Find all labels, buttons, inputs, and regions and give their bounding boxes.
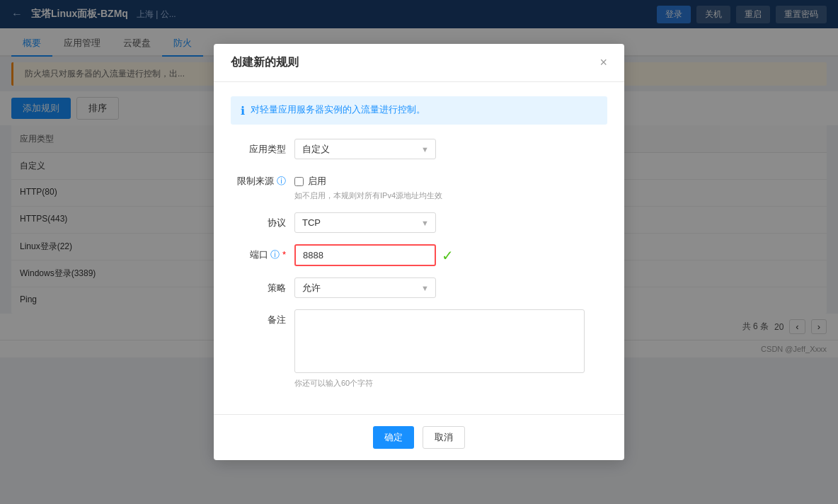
port-label: 端口 ⓘ [231,244,294,261]
enable-checkbox-row: 启用 [294,171,607,188]
remark-textarea[interactable] [294,309,585,357]
policy-select-wrap: 允许 拒绝 ▼ [294,277,436,298]
dialog-body: ℹ 对轻量应用服务器实例的入流量进行控制。 应用类型 自定义 HTTP(80) … [214,82,624,357]
app-type-select[interactable]: 自定义 HTTP(80) HTTPS(443) Linux登录(22) Wind… [294,139,436,159]
port-info-icon: ⓘ [270,249,280,260]
protocol-row: 协议 TCP UDP ICMP ▼ [231,212,607,233]
limit-source-control: 启用 如不启用，本规则对所有IPv4源地址均生效 [294,171,607,201]
dialog-alert: ℹ 对轻量应用服务器实例的入流量进行控制。 [231,96,607,125]
remark-label: 备注 [231,309,294,326]
remark-row: 备注 你还可以输入60个字符 [231,309,607,357]
protocol-control: TCP UDP ICMP ▼ [294,212,607,233]
policy-label: 策略 [231,277,294,294]
limit-source-info-icon: ⓘ [277,176,286,186]
limit-source-row: 限制来源 ⓘ 启用 如不启用，本规则对所有IPv4源地址均生效 [231,171,607,201]
port-control: ✓ [294,244,607,266]
info-circle-icon: ℹ [241,104,245,118]
protocol-select[interactable]: TCP UDP ICMP [294,212,436,233]
app-type-select-wrap: 自定义 HTTP(80) HTTPS(443) Linux登录(22) Wind… [294,139,436,159]
enable-note: 如不启用，本规则对所有IPv4源地址均生效 [294,190,607,201]
port-row: 端口 ⓘ ✓ [231,244,607,266]
port-input[interactable] [294,244,436,266]
port-input-wrap: ✓ [294,244,607,266]
protocol-label: 协议 [231,212,294,229]
app-type-row: 应用类型 自定义 HTTP(80) HTTPS(443) Linux登录(22)… [231,139,607,159]
app-type-control: 自定义 HTTP(80) HTTPS(443) Linux登录(22) Wind… [294,139,607,159]
port-valid-icon: ✓ [442,247,454,264]
app-type-label: 应用类型 [231,139,294,156]
limit-source-label: 限制来源 ⓘ [231,171,294,188]
create-rule-dialog: 创建新的规则 × ℹ 对轻量应用服务器实例的入流量进行控制。 应用类型 自定义 … [214,44,624,357]
policy-control: 允许 拒绝 ▼ [294,277,607,298]
protocol-select-wrap: TCP UDP ICMP ▼ [294,212,436,233]
policy-row: 策略 允许 拒绝 ▼ [231,277,607,298]
dialog-header: 创建新的规则 × [214,44,624,82]
remark-control: 你还可以输入60个字符 [294,309,607,357]
modal-overlay: 创建新的规则 × ℹ 对轻量应用服务器实例的入流量进行控制。 应用类型 自定义 … [0,0,838,357]
policy-select[interactable]: 允许 拒绝 [294,277,436,298]
enable-checkbox-label: 启用 [308,175,326,188]
enable-checkbox[interactable] [294,177,304,186]
dialog-alert-text: 对轻量应用服务器实例的入流量进行控制。 [251,103,425,116]
dialog-close-button[interactable]: × [599,55,607,70]
dialog-title: 创建新的规则 [231,55,299,70]
